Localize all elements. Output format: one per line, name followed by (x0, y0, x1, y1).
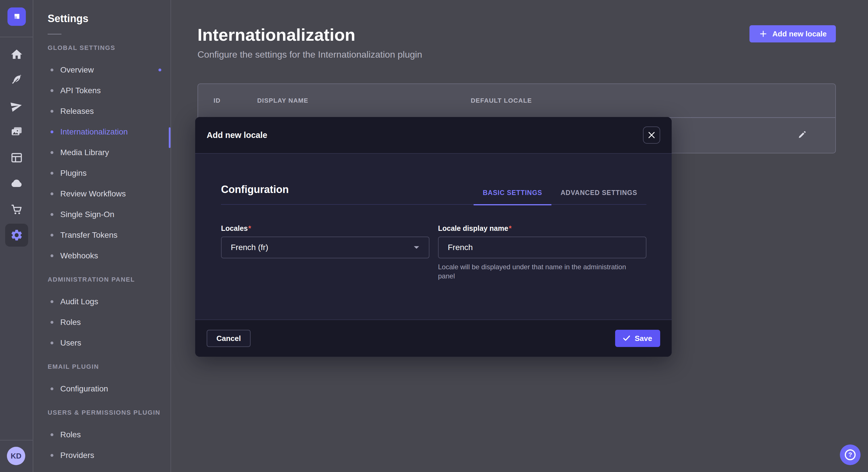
settings-tabs: BASIC SETTINGS ADVANCED SETTINGS (474, 189, 646, 204)
sidebar-item-roles[interactable]: Roles (33, 425, 170, 445)
page-subtitle: Configure the settings for the Internati… (197, 49, 836, 60)
sidebar-item-releases[interactable]: Releases (33, 101, 170, 122)
bullet-icon (51, 89, 53, 92)
sidebar-item-overview[interactable]: Overview (33, 60, 170, 80)
edit-pencil-icon[interactable] (797, 131, 807, 140)
cart-icon[interactable] (5, 198, 28, 221)
sidebar-title-rule (48, 34, 61, 34)
sidebar-item-single-sign-on[interactable]: Single Sign-On (33, 204, 170, 225)
sidebar-item-label: Webhooks (60, 251, 98, 260)
modal-header: Add new locale (195, 117, 672, 154)
locales-field: Locales* French (fr) (221, 224, 429, 281)
column-header-display-name: DISPLAY NAME (257, 97, 471, 104)
sidebar-item-review-workflows[interactable]: Review Workflows (33, 183, 170, 204)
sidebar-item-label: Media Library (60, 148, 109, 157)
sidebar-item-webhooks[interactable]: Webhooks (33, 245, 170, 266)
bullet-icon (51, 255, 53, 257)
tab-advanced-settings[interactable]: ADVANCED SETTINGS (551, 189, 646, 204)
sidebar-item-label: Plugins (60, 169, 87, 178)
bullet-icon (51, 172, 53, 175)
user-avatar[interactable]: KD (7, 447, 25, 465)
sidebar-section-label: GLOBAL SETTINGS (48, 44, 170, 52)
bullet-icon (51, 454, 53, 457)
sidebar-section-label: EMAIL PLUGIN (48, 363, 170, 370)
strapi-logo-glyph (10, 10, 24, 24)
paper-plane-icon[interactable] (5, 95, 28, 117)
cancel-button[interactable]: Cancel (207, 330, 251, 347)
active-item-indicator (169, 127, 170, 148)
column-header-id: ID (214, 97, 257, 104)
bullet-icon (51, 433, 53, 436)
sidebar-item-internationalization[interactable]: Internationalization (33, 122, 170, 142)
close-icon (648, 132, 655, 138)
sidebar-item-users[interactable]: Users (33, 333, 170, 353)
sidebar-item-label: Configuration (60, 384, 108, 394)
check-icon (623, 336, 630, 341)
add-new-locale-button[interactable]: Add new locale (749, 25, 836, 42)
sidebar-title: Settings (33, 0, 170, 25)
save-label: Save (634, 334, 652, 343)
tab-basic-settings[interactable]: BASIC SETTINGS (474, 189, 551, 205)
sidebar-item-label: API Tokens (60, 86, 101, 95)
sidebar-item-label: Single Sign-On (60, 210, 114, 219)
configuration-heading: Configuration (221, 183, 289, 204)
display-name-input[interactable] (438, 237, 646, 258)
sidebar-item-plugins[interactable]: Plugins (33, 163, 170, 183)
sidebar-item-label: Transfer Tokens (60, 231, 117, 240)
add-new-locale-label: Add new locale (772, 30, 827, 38)
sidebar-item-label: Audit Logs (60, 297, 98, 306)
bullet-icon (51, 131, 53, 133)
locales-select[interactable]: French (fr) (221, 237, 429, 258)
locales-label: Locales* (221, 224, 429, 233)
locales-table-header: IDDISPLAY NAMEDEFAULT LOCALE (198, 84, 835, 118)
bullet-icon (51, 300, 53, 303)
strapi-admin-app: KD Settings GLOBAL SETTINGSOverviewAPI T… (0, 0, 868, 472)
modal-title: Add new locale (207, 131, 267, 140)
question-mark-icon: ? (845, 449, 856, 460)
layout-icon[interactable] (5, 146, 28, 169)
bullet-icon (51, 234, 53, 237)
sidebar-item-configuration[interactable]: Configuration (33, 378, 170, 399)
required-asterisk: * (248, 224, 251, 232)
rail-divider (0, 37, 33, 37)
sidebar-nav: GLOBAL SETTINGSOverviewAPI TokensRelease… (33, 44, 170, 466)
feather-icon[interactable] (5, 69, 28, 92)
sidebar-item-roles[interactable]: Roles (33, 312, 170, 333)
media-images-icon[interactable] (5, 121, 28, 143)
sidebar-item-audit-logs[interactable]: Audit Logs (33, 291, 170, 312)
sidebar-item-label: Roles (60, 318, 81, 327)
save-button[interactable]: Save (615, 330, 660, 347)
sidebar-item-media-library[interactable]: Media Library (33, 142, 170, 163)
modal-footer: Cancel Save (195, 319, 672, 357)
column-header-default-locale: DEFAULT LOCALE (471, 97, 835, 104)
display-name-label: Locale display name* (438, 224, 646, 233)
home-icon[interactable] (5, 43, 28, 66)
sidebar-section-label: ADMINISTRATION PANEL (48, 276, 170, 283)
sidebar-section-label: USERS & PERMISSIONS PLUGIN (48, 409, 170, 416)
sidebar-item-label: Releases (60, 107, 94, 116)
strapi-logo[interactable] (7, 7, 26, 26)
help-button[interactable]: ? (840, 444, 861, 465)
bullet-icon (51, 341, 53, 344)
sidebar-item-label: Overview (60, 65, 94, 74)
cloud-icon[interactable] (5, 172, 28, 195)
add-locale-modal: Add new locale Configuration BASIC SETTI… (195, 117, 672, 357)
rail-bottom-divider (0, 440, 33, 440)
settings-gear-icon[interactable] (5, 224, 28, 247)
nav-rail: KD (0, 0, 33, 472)
sidebar-item-providers[interactable]: Providers (33, 445, 170, 466)
bullet-icon (51, 321, 53, 324)
sidebar-item-transfer-tokens[interactable]: Transfer Tokens (33, 225, 170, 245)
bullet-icon (51, 213, 53, 216)
sidebar-item-label: Users (60, 338, 81, 347)
bullet-icon (51, 193, 53, 195)
sidebar-item-api-tokens[interactable]: API Tokens (33, 80, 170, 101)
bullet-icon (51, 69, 53, 71)
bullet-icon (51, 387, 53, 390)
bullet-icon (51, 110, 53, 113)
display-name-field: Locale display name* Locale will be disp… (438, 224, 646, 281)
display-name-hint: Locale will be displayed under that name… (438, 262, 640, 281)
settings-sidebar: Settings GLOBAL SETTINGSOverviewAPI Toke… (33, 0, 171, 472)
close-button[interactable] (643, 127, 660, 144)
sidebar-item-label: Roles (60, 430, 81, 439)
